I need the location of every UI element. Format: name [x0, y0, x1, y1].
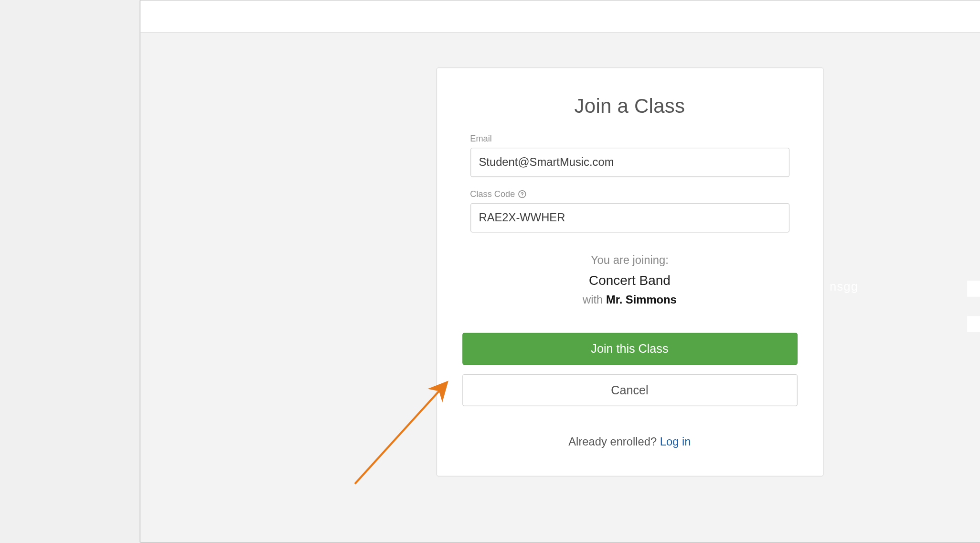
svg-point-0: [518, 191, 525, 198]
join-class-button[interactable]: Join this Class: [462, 333, 797, 365]
bg-text-fragment: nsgg: [830, 280, 858, 294]
content-area: nsgg Join a Class Email Class Code You a…: [140, 33, 980, 542]
email-label: Email: [470, 134, 789, 144]
joining-summary: You are joining: Concert Band with Mr. S…: [462, 251, 797, 309]
bg-block: [967, 281, 980, 297]
svg-line-2: [355, 382, 447, 484]
question-circle-icon[interactable]: [517, 190, 526, 198]
joining-teacher-name: Mr. Simmons: [606, 293, 676, 306]
join-class-card: Join a Class Email Class Code You are jo…: [436, 67, 823, 477]
joining-with: with: [583, 293, 603, 306]
email-field[interactable]: [470, 148, 789, 177]
classcode-label: Class Code: [470, 189, 789, 199]
email-group: Email: [462, 134, 797, 177]
classcode-field[interactable]: [470, 203, 789, 233]
footer-text: Already enrolled?: [568, 436, 660, 449]
cancel-button[interactable]: Cancel: [462, 374, 797, 406]
card-title: Join a Class: [462, 95, 797, 118]
joining-class-name: Concert Band: [462, 270, 797, 291]
joining-teacher-line: with Mr. Simmons: [462, 291, 797, 309]
joining-intro: You are joining:: [462, 251, 797, 270]
classcode-label-text: Class Code: [470, 189, 515, 199]
bg-block: [967, 316, 980, 332]
svg-point-1: [522, 195, 522, 196]
classcode-group: Class Code: [462, 189, 797, 233]
login-link[interactable]: Log in: [660, 436, 691, 449]
topbar: [140, 0, 980, 33]
footer-line: Already enrolled? Log in: [462, 436, 797, 449]
